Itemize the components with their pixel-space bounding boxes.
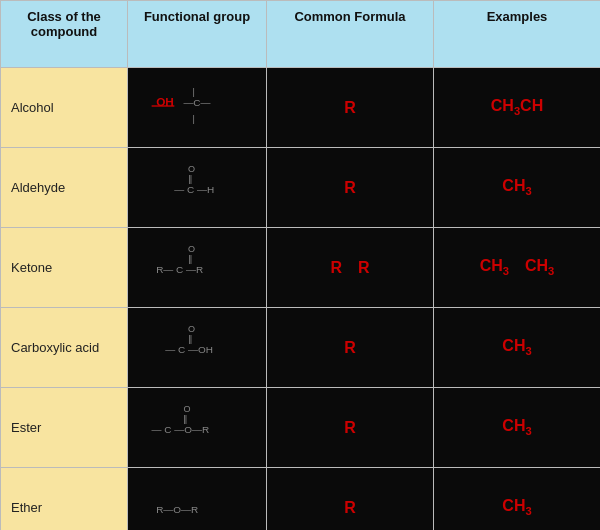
example-cell: CH3 CH3 bbox=[434, 228, 601, 308]
example-value: CH3 bbox=[502, 497, 531, 517]
functional-group-svg: O ‖ R— C —R bbox=[138, 236, 256, 296]
functional-group-svg: O ‖ — C —OH bbox=[138, 316, 256, 376]
svg-text:‖: ‖ bbox=[183, 414, 188, 424]
example-value: CH3 bbox=[502, 417, 531, 437]
functional-group-cell: O ‖ — C —O—R bbox=[128, 388, 267, 468]
svg-text:R— C —R: R— C —R bbox=[156, 264, 203, 275]
svg-text:|: | bbox=[192, 114, 194, 124]
table-row: Aldehyde O ‖ — C —H R CH3 bbox=[1, 148, 601, 228]
table-row: Ester O ‖ — C —O—R R CH3 bbox=[1, 388, 601, 468]
class-name: Ketone bbox=[1, 228, 128, 308]
example-cell: CH3 bbox=[434, 468, 601, 531]
svg-text:—C—: —C— bbox=[183, 97, 210, 108]
functional-group-cell: O ‖ R— C —R bbox=[128, 228, 267, 308]
functional-group-svg: O ‖ — C —O—R bbox=[138, 396, 256, 456]
formula-cell: R bbox=[267, 388, 434, 468]
functional-group-cell: OH —C— | | bbox=[128, 68, 267, 148]
table-row: Ether R—O—R R CH3 bbox=[1, 468, 601, 531]
formula-r: R bbox=[344, 179, 356, 197]
example-value: CH3CH bbox=[491, 97, 543, 117]
example-value2: CH3 bbox=[525, 257, 554, 277]
svg-text:O: O bbox=[188, 244, 195, 254]
svg-text:‖: ‖ bbox=[188, 254, 193, 264]
svg-text:O: O bbox=[188, 324, 195, 334]
functional-group-svg: O ‖ — C —H bbox=[138, 156, 256, 216]
class-name: Ether bbox=[1, 468, 128, 531]
functional-group-cell: O ‖ — C —H bbox=[128, 148, 267, 228]
svg-text:R—O—R: R—O—R bbox=[156, 504, 198, 515]
functional-group-cell: O ‖ — C —OH bbox=[128, 308, 267, 388]
example-cell: CH3CH bbox=[434, 68, 601, 148]
formula-cell: R R bbox=[267, 228, 434, 308]
svg-text:— C —O—R: — C —O—R bbox=[152, 424, 210, 435]
svg-text:|: | bbox=[192, 87, 194, 97]
formula-r: R bbox=[344, 419, 356, 437]
svg-text:O: O bbox=[183, 404, 190, 414]
class-name: Carboxylic acid bbox=[1, 308, 128, 388]
header-common-formula: Common Formula bbox=[267, 1, 434, 68]
header-examples: Examples bbox=[434, 1, 601, 68]
functional-group-cell: R—O—R bbox=[128, 468, 267, 531]
svg-text:‖: ‖ bbox=[188, 174, 193, 184]
formula-cell: R bbox=[267, 68, 434, 148]
svg-text:— C —OH: — C —OH bbox=[165, 344, 213, 355]
formula-r: R bbox=[344, 339, 356, 357]
formula-r: R bbox=[344, 99, 356, 117]
formula-cell: R bbox=[267, 468, 434, 531]
header-functional-group: Functional group bbox=[128, 1, 267, 68]
functional-group-svg: OH —C— | | bbox=[138, 76, 256, 136]
example-value1: CH3 bbox=[480, 257, 509, 277]
svg-text:OH: OH bbox=[156, 95, 174, 109]
formula-r1: R bbox=[330, 259, 342, 277]
class-name: Alcohol bbox=[1, 68, 128, 148]
svg-text:‖: ‖ bbox=[188, 334, 193, 344]
class-name: Aldehyde bbox=[1, 148, 128, 228]
svg-text:O: O bbox=[188, 164, 195, 174]
formula-r2: R bbox=[358, 259, 370, 277]
example-cell: CH3 bbox=[434, 388, 601, 468]
table-row: Alcohol OH —C— | | R CH3CH bbox=[1, 68, 601, 148]
table-row: Carboxylic acid O ‖ — C —OH R CH3 bbox=[1, 308, 601, 388]
formula-r: R bbox=[344, 499, 356, 517]
table-row: Ketone O ‖ R— C —R R R CH3 CH3 bbox=[1, 228, 601, 308]
example-value: CH3 bbox=[502, 177, 531, 197]
formula-cell: R bbox=[267, 148, 434, 228]
example-cell: CH3 bbox=[434, 308, 601, 388]
header-class: Class of the compound bbox=[1, 1, 128, 68]
functional-group-svg: R—O—R bbox=[138, 476, 256, 530]
example-cell: CH3 bbox=[434, 148, 601, 228]
svg-text:— C —H: — C —H bbox=[174, 184, 214, 195]
class-name: Ester bbox=[1, 388, 128, 468]
example-value: CH3 bbox=[502, 337, 531, 357]
formula-cell: R bbox=[267, 308, 434, 388]
